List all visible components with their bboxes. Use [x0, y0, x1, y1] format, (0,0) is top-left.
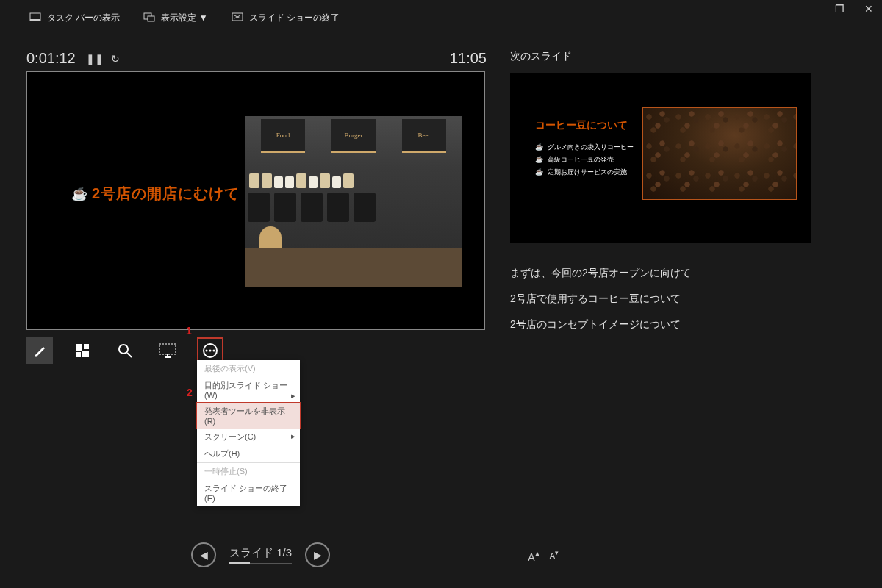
svg-line-12: [127, 353, 132, 357]
menu-end-show[interactable]: スライド ショーの終了(E): [197, 480, 300, 506]
prev-slide-button[interactable]: ◀: [191, 542, 216, 567]
svg-rect-1: [30, 19, 40, 21]
display-settings-button[interactable]: 表示設定 ▼: [143, 12, 207, 24]
more-options-menu: 最後の表示(V) 目的別スライド ショー(W)▸ 発表者ツールを非表示(R) ス…: [197, 360, 300, 506]
menu-board: Beer: [402, 119, 446, 153]
speaker-notes: まずは、今回の2号店オープンに向けて 2号店で使用するコーヒー豆について 2号店…: [510, 260, 867, 337]
font-decrease-button[interactable]: A▾: [550, 548, 559, 563]
pause-icon[interactable]: ❚❚: [86, 53, 104, 65]
display-settings-label: 表示設定 ▼: [161, 12, 207, 24]
menu-board: Food: [261, 119, 305, 153]
svg-rect-10: [82, 351, 89, 357]
next-slide-button[interactable]: ▶: [305, 542, 330, 567]
menu-board: Burger: [331, 119, 376, 153]
svg-rect-13: [159, 344, 176, 354]
show-taskbar-label: タスク バーの表示: [47, 12, 120, 24]
timer-row: 0:01:12 ❚❚ ↻ 11:05: [26, 50, 490, 67]
all-slides-button[interactable]: [69, 337, 96, 364]
display-icon: [143, 12, 155, 24]
end-slideshow-button[interactable]: スライド ショーの終了: [232, 12, 340, 24]
slide-photo: Food Burger Beer: [245, 116, 462, 287]
bullet-item: 定期お届けサービスの実施: [535, 166, 634, 179]
note-line: 2号店で使用するコーヒー豆について: [510, 286, 867, 312]
bullet-item: グルメ向きの袋入りコーヒー: [535, 141, 634, 154]
submenu-arrow-icon: ▸: [291, 391, 295, 401]
menu-screen[interactable]: スクリーン(C)▸: [197, 429, 300, 445]
note-line: 2号店のコンセプトイメージについて: [510, 312, 867, 337]
submenu-arrow-icon: ▸: [291, 431, 295, 441]
coffee-beans-image: [642, 107, 797, 200]
timer-controls: ❚❚ ↻: [86, 53, 120, 65]
pen-tool-button[interactable]: [26, 337, 53, 364]
font-increase-button[interactable]: A▴: [528, 548, 539, 563]
window-controls: — ❐ ✕: [803, 3, 876, 15]
next-slide-preview: コーヒー豆について グルメ向きの袋入りコーヒー 高級コーヒー豆の発売 定期お届け…: [510, 74, 811, 243]
coffee-cup-icon: ☕: [71, 186, 87, 202]
current-slide-preview: ☕ 2号店の開店にむけて ☕ Food Burger Beer: [26, 71, 485, 330]
minimize-icon[interactable]: —: [803, 3, 817, 15]
svg-point-11: [119, 345, 128, 354]
taskbar-icon: [29, 12, 41, 24]
black-screen-button[interactable]: [154, 337, 181, 364]
menu-last-view: 最後の表示(V): [197, 360, 300, 377]
svg-point-18: [209, 350, 212, 352]
menu-pause: 一時停止(S): [197, 462, 300, 480]
svg-point-17: [206, 350, 208, 352]
menu-help[interactable]: ヘルプ(H): [197, 445, 300, 462]
menu-custom-show[interactable]: 目的別スライド ショー(W)▸: [197, 377, 300, 403]
current-slide-title: 2号店の開店にむけて: [92, 184, 240, 204]
svg-rect-3: [148, 16, 154, 21]
next-slide-bullets: グルメ向きの袋入りコーヒー 高級コーヒー豆の発売 定期お届けサービスの実施: [535, 141, 634, 179]
svg-rect-9: [76, 352, 81, 357]
elapsed-time: 0:01:12: [26, 50, 76, 67]
end-slideshow-icon: [232, 12, 243, 24]
close-icon[interactable]: ✕: [861, 3, 876, 15]
svg-rect-7: [76, 344, 82, 351]
callout-2: 2: [187, 387, 193, 398]
zoom-tool-button[interactable]: [112, 337, 138, 364]
slide-counter[interactable]: スライド 1/3: [229, 546, 292, 564]
bottom-navigation: ◀ スライド 1/3 ▶: [191, 542, 330, 567]
restart-icon[interactable]: ↻: [111, 53, 120, 65]
restore-icon[interactable]: ❐: [832, 3, 847, 15]
presenter-toolbar: [26, 330, 490, 364]
bullet-item: 高級コーヒー豆の発売: [535, 154, 634, 166]
note-line: まずは、今回の2号店オープンに向けて: [510, 260, 867, 286]
svg-point-19: [213, 350, 215, 352]
menu-hide-presenter[interactable]: 発表者ツールを非表示(R): [196, 402, 301, 429]
clock-time: 11:05: [450, 50, 487, 67]
font-size-controls: A▴ A▾: [528, 548, 559, 563]
next-slide-label: 次のスライド: [510, 50, 867, 63]
end-slideshow-label: スライド ショーの終了: [249, 12, 340, 24]
svg-rect-8: [84, 344, 89, 349]
topbar: タスク バーの表示 表示設定 ▼ スライド ショーの終了: [0, 0, 882, 35]
show-taskbar-button[interactable]: タスク バーの表示: [29, 12, 120, 24]
next-slide-title: コーヒー豆について: [535, 119, 628, 132]
